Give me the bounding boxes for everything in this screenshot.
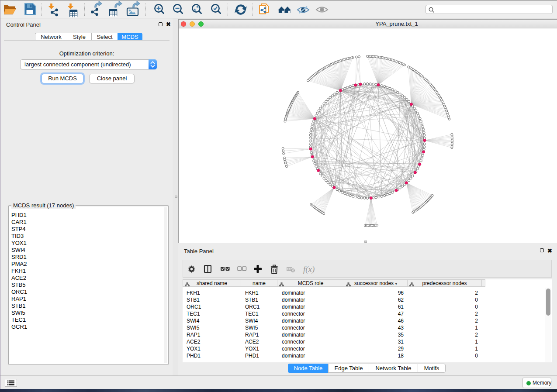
svg-text:f(x): f(x) [303, 265, 315, 274]
